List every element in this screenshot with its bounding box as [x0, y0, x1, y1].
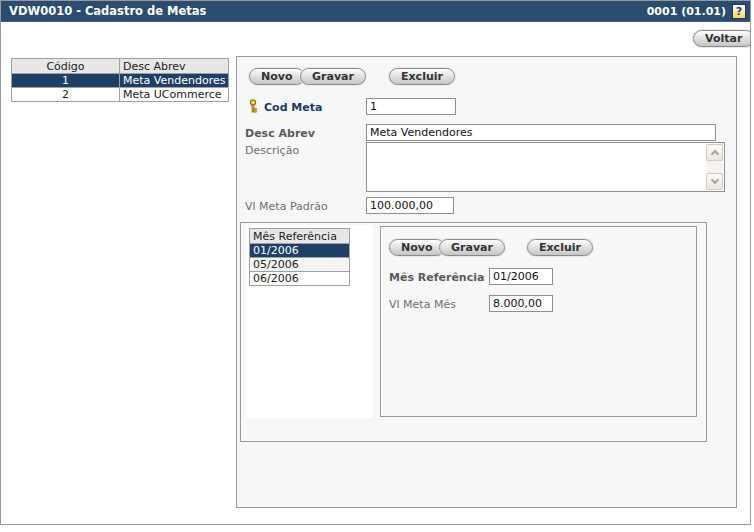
cell-mes[interactable]: 05/2006: [250, 258, 350, 272]
table-row[interactable]: 2 Meta UCommerce: [12, 88, 229, 102]
cell-mes[interactable]: 06/2006: [250, 272, 350, 286]
novo-button[interactable]: Novo: [249, 68, 305, 85]
chevron-down-icon: [711, 176, 719, 184]
months-section: Mês Referência 01/2006 05/2006 06/2006: [240, 222, 707, 442]
cell-desc-abrev[interactable]: Meta UCommerce: [120, 88, 229, 102]
vl-meta-mes-label: Vl Meta Mês: [389, 298, 456, 311]
chevron-up-icon: [711, 150, 719, 158]
cell-codigo[interactable]: 1: [12, 74, 120, 88]
month-gravar-button[interactable]: Gravar: [439, 239, 505, 256]
voltar-button[interactable]: Voltar: [693, 30, 751, 47]
titlebar: VDW0010 - Cadastro de Metas 0001 (01.01)…: [1, 1, 750, 22]
help-icon[interactable]: ?: [732, 4, 746, 19]
list-item[interactable]: 05/2006: [250, 258, 350, 272]
vl-meta-padrao-label: Vl Meta Padrão: [245, 200, 328, 213]
metas-header-row: Código Desc Abrev: [12, 59, 229, 74]
cod-meta-label: Cod Meta: [264, 101, 322, 114]
page-title: VDW0010 - Cadastro de Metas: [9, 4, 647, 18]
months-table: Mês Referência 01/2006 05/2006 06/2006: [249, 228, 350, 286]
scroll-up-button[interactable]: [706, 144, 723, 161]
descricao-textarea[interactable]: [366, 142, 725, 192]
key-icon: [247, 99, 259, 113]
month-excluir-button[interactable]: Excluir: [527, 239, 593, 256]
descricao-label: Descrição: [245, 144, 299, 157]
desc-abrev-label: Desc Abrev: [245, 127, 315, 140]
months-listbox: Mês Referência 01/2006 05/2006 06/2006: [246, 225, 373, 418]
list-item[interactable]: 01/2006: [250, 244, 350, 258]
cell-desc-abrev[interactable]: Meta Vendendores: [120, 74, 229, 88]
meta-detail-panel: Novo Gravar Excluir Cod Meta Desc Abrev …: [236, 56, 737, 508]
desc-abrev-input[interactable]: [366, 124, 716, 141]
vl-meta-padrao-input[interactable]: [366, 197, 454, 214]
months-header-row: Mês Referência: [250, 229, 350, 244]
excluir-button[interactable]: Excluir: [389, 68, 455, 85]
mes-referencia-label: Mês Referência: [389, 271, 484, 284]
metas-table: Código Desc Abrev 1 Meta Vendendores 2 M…: [11, 58, 229, 102]
mes-referencia-input[interactable]: [489, 268, 553, 285]
metas-header-desc: Desc Abrev: [120, 59, 229, 74]
scroll-down-button[interactable]: [706, 173, 723, 190]
app-window: VDW0010 - Cadastro de Metas 0001 (01.01)…: [0, 0, 751, 525]
version-label: 0001 (01.01): [647, 5, 726, 18]
cell-codigo[interactable]: 2: [12, 88, 120, 102]
month-novo-button[interactable]: Novo: [389, 239, 445, 256]
metas-header-codigo: Código: [12, 59, 120, 74]
gravar-button[interactable]: Gravar: [300, 68, 366, 85]
month-detail-panel: Novo Gravar Excluir Mês Referência Vl Me…: [380, 226, 697, 417]
vl-meta-mes-input[interactable]: [489, 295, 553, 312]
table-row[interactable]: 1 Meta Vendendores: [12, 74, 229, 88]
list-item[interactable]: 06/2006: [250, 272, 350, 286]
months-header: Mês Referência: [250, 229, 350, 244]
cod-meta-input[interactable]: [366, 98, 456, 115]
cell-mes[interactable]: 01/2006: [250, 244, 350, 258]
scrollbar[interactable]: [706, 144, 723, 190]
